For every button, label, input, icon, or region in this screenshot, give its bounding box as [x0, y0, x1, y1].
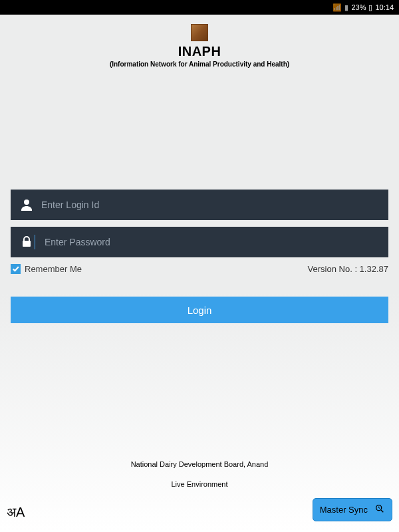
app-title: INAPH: [0, 44, 399, 59]
password-input[interactable]: [38, 227, 380, 257]
login-id-field-wrap: [11, 190, 388, 220]
app-subtitle: (Information Network for Animal Producti…: [0, 61, 399, 68]
version-label: Version No. : 1.32.87: [308, 264, 388, 274]
footer-org: National Dairy Development Board, Anand: [0, 460, 399, 468]
svg-point-0: [24, 200, 29, 205]
remember-me-toggle[interactable]: Remember Me: [11, 264, 82, 274]
login-form: Remember Me Version No. : 1.32.87 Login: [11, 190, 388, 323]
sync-icon: [374, 503, 385, 516]
remember-me-label: Remember Me: [25, 264, 82, 274]
login-id-input[interactable]: [35, 190, 380, 220]
android-status-bar: 📶 ▮ 23% ▯ 10:14: [0, 0, 399, 15]
master-sync-button[interactable]: Master Sync: [313, 498, 392, 521]
language-button[interactable]: अA: [7, 505, 25, 520]
login-button[interactable]: Login: [11, 297, 388, 323]
form-under-row: Remember Me Version No. : 1.32.87: [11, 264, 388, 274]
app-header: INAPH (Information Network for Animal Pr…: [0, 15, 399, 68]
signal-icon: ▮: [344, 3, 348, 12]
user-icon: [19, 197, 35, 213]
battery-percent: 23%: [351, 3, 366, 11]
svg-rect-1: [23, 241, 31, 247]
wifi-icon: 📶: [332, 3, 342, 12]
battery-icon: ▯: [368, 3, 372, 12]
status-time: 10:14: [375, 3, 394, 11]
password-field-wrap: [11, 227, 388, 257]
language-glyph: अA: [7, 505, 25, 520]
footer-env: Live Environment: [0, 480, 399, 488]
footer-text: National Dairy Development Board, Anand …: [0, 460, 399, 488]
app-logo-icon: [191, 24, 208, 41]
text-cursor: [35, 235, 35, 249]
checkbox-checked-icon: [11, 264, 21, 274]
master-sync-label: Master Sync: [320, 505, 368, 515]
lock-icon: [19, 234, 35, 250]
